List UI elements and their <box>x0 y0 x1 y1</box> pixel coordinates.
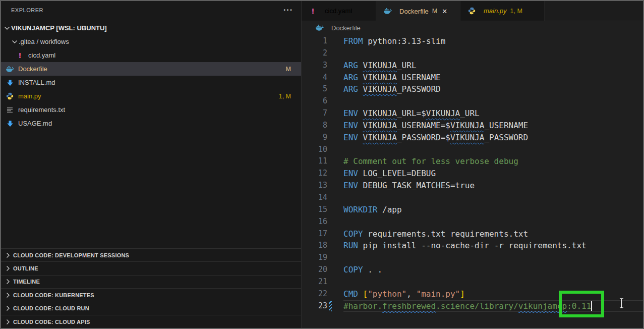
line-number: 8 <box>302 120 327 132</box>
code-token: ARG <box>343 84 358 94</box>
code-token: COPY <box>343 229 363 239</box>
more-actions-icon[interactable]: ··· <box>283 8 293 13</box>
code-line-6[interactable]: 6 <box>302 95 643 107</box>
code-line-8[interactable]: 8ENV VIKUNJA_USERNAME=$VIKUNJA_USERNAME <box>302 120 643 132</box>
code-token <box>358 84 363 94</box>
code-line-14[interactable]: 14 <box>302 192 643 204</box>
code-text: FROM python:3.13-slim <box>343 35 643 47</box>
code-line-20[interactable]: 20COPY . . <box>302 264 643 276</box>
python-icon <box>5 92 15 100</box>
line-number: 22 <box>302 288 327 300</box>
code-text <box>343 144 643 156</box>
code-line-10[interactable]: 10 <box>302 144 643 156</box>
gutter <box>327 300 343 312</box>
section-label: TIMELINE <box>13 279 40 285</box>
gitea-exclaim-icon: ! <box>308 7 318 15</box>
code-token: _PASSWORD <box>397 84 441 94</box>
section-cloud-code-development-sessions[interactable]: CLOUD CODE: DEVELOPMENT SESSIONS <box>1 248 301 261</box>
gutter <box>327 120 343 132</box>
chevron-down-icon <box>10 38 19 46</box>
line-number: 14 <box>302 192 327 204</box>
code-line-15[interactable]: 15WORKDIR /app <box>302 204 643 216</box>
line-number: 9 <box>302 132 327 144</box>
code-token: VIKUNJA <box>426 108 460 118</box>
code-line-3[interactable]: 3ARG VIKUNJA_URL <box>302 60 643 72</box>
code-line-7[interactable]: 7ENV VIKUNJA_URL=$VIKUNJA_URL <box>302 107 643 120</box>
code-text: ENV VIKUNJA_USERNAME=$VIKUNJA_USERNAME <box>343 120 643 132</box>
tree-item-vikunjamcp-wsl-ubuntu[interactable]: VIKUNJAMCP [WSL: UBUNTU] <box>1 21 301 35</box>
code-lines: 1FROM python:3.13-slim23ARG VIKUNJA_URL4… <box>302 35 643 312</box>
line-number: 3 <box>302 60 327 72</box>
code-line-4[interactable]: 4ARG VIKUNJA_USERNAME <box>302 72 643 84</box>
tab-status-badge: 1, M <box>510 8 522 15</box>
code-line-1[interactable]: 1FROM python:3.13-slim <box>302 35 643 47</box>
explorer-header: EXPLORER ··· <box>1 1 301 19</box>
tree-item-label: main.py <box>18 92 41 100</box>
tree-item-label: Dockerfile <box>18 65 47 73</box>
section-timeline[interactable]: TIMELINE <box>1 275 301 288</box>
code-token: _USERNAME <box>397 73 441 82</box>
close-icon[interactable]: ✕ <box>442 8 447 15</box>
chevron-right-icon <box>4 318 12 326</box>
line-number: 19 <box>302 252 327 264</box>
editor-caret <box>591 301 592 311</box>
tree-item-main-py[interactable]: main.py1, M <box>1 89 301 103</box>
code-token: , <box>406 289 416 299</box>
code-token: CMD <box>343 289 358 299</box>
gutter <box>327 47 343 60</box>
code-token: pip install --no-cache-dir -r requiremen… <box>358 241 587 250</box>
code-token: ENV <box>343 108 358 118</box>
gutter <box>327 107 343 120</box>
section-cloud-code-cloud-run[interactable]: CLOUD CODE: CLOUD RUN <box>1 302 301 315</box>
code-text: ARG VIKUNJA_URL <box>343 60 643 72</box>
tree-item-requirements-txt[interactable]: requirements.txt <box>1 103 301 117</box>
tree-item-cicd-yaml[interactable]: !cicd.yaml <box>1 48 301 62</box>
code-token <box>358 133 363 142</box>
code-line-17[interactable]: 17COPY requirements.txt requirements.txt <box>302 228 643 240</box>
code-line-19[interactable]: 19 <box>302 252 643 264</box>
tree-item-usage-md[interactable]: USAGE.md <box>1 117 301 130</box>
docker-whale-icon <box>383 7 392 15</box>
code-token: VIKUNJA <box>363 108 397 118</box>
code-line-13[interactable]: 13ENV DEBUG_TASK_MATCHES=true <box>302 180 643 192</box>
code-token: RUN <box>343 241 358 250</box>
code-token: _URL <box>397 61 417 70</box>
code-text: WORKDIR /app <box>343 204 643 216</box>
tree-item-gitea-workflows[interactable]: .gitea / workflows <box>1 35 301 48</box>
git-modified-gutter-icon <box>329 301 332 312</box>
code-line-9[interactable]: 9ENV VIKUNJA_PASSWORD=$VIKUNJA_PASSWORD <box>302 132 643 144</box>
code-line-22[interactable]: 22CMD ["python", "main.py"] <box>302 288 643 300</box>
gutter <box>327 288 343 300</box>
code-line-16[interactable]: 16 <box>302 216 643 228</box>
tab-cicd-yaml[interactable]: !cicd.yaml <box>302 1 376 21</box>
gutter <box>327 264 343 276</box>
code-token <box>358 61 363 70</box>
section-cloud-code-cloud-apis[interactable]: CLOUD CODE: CLOUD APIS <box>1 315 301 328</box>
code-text <box>343 216 643 228</box>
code-token: [ <box>363 289 368 299</box>
code-token: VIKUNJA <box>450 121 484 130</box>
tree-item-dockerfile[interactable]: DockerfileM <box>1 62 301 76</box>
code-line-11[interactable]: 11# Comment out for less verbose debug <box>302 155 643 168</box>
tree-item-install-md[interactable]: INSTALL.md <box>1 76 301 89</box>
code-line-18[interactable]: 18RUN pip install --no-cache-dir -r requ… <box>302 240 643 252</box>
section-label: CLOUD CODE: CLOUD RUN <box>13 305 89 311</box>
line-number: 13 <box>302 180 327 192</box>
tab-dockerfile[interactable]: DockerfileM✕ <box>376 1 460 21</box>
gutter <box>327 95 343 107</box>
code-token: :0.11 <box>567 301 591 311</box>
code-line-12[interactable]: 12ENV LOG_LEVEL=DEBUG <box>302 168 643 180</box>
section-cloud-code-kubernetes[interactable]: CLOUD CODE: KUBERNETES <box>1 288 301 301</box>
code-line-5[interactable]: 5ARG VIKUNJA_PASSWORD <box>302 83 643 95</box>
line-number: 5 <box>302 83 327 95</box>
section-outline[interactable]: OUTLINE <box>1 261 301 275</box>
tab-main-py[interactable]: main.py1, M <box>460 1 545 21</box>
line-number: 21 <box>302 276 327 288</box>
code-token: _PASSWORD <box>484 133 528 142</box>
code-line-21[interactable]: 21 <box>302 276 643 288</box>
breadcrumb-item[interactable]: Dockerfile <box>315 24 361 32</box>
code-line-2[interactable]: 2 <box>302 47 643 60</box>
section-label: CLOUD CODE: DEVELOPMENT SESSIONS <box>13 252 129 258</box>
gutter <box>327 216 343 228</box>
code-line-23[interactable]: 23#harbor.freshbrewed.science/library/vi… <box>302 300 643 312</box>
